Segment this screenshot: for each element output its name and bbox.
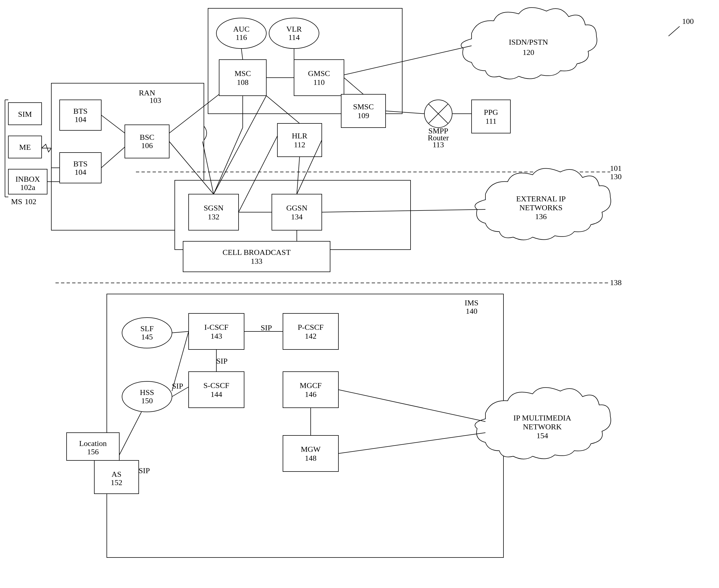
bts1-ref: 104 [75,115,86,124]
mgcf-ref: 146 [305,390,317,399]
ims-ref: 140 [466,307,478,315]
ip-multimedia-ref: 154 [536,431,548,440]
ims-label: IMS [465,298,479,307]
ggsn-ref: 134 [291,212,303,221]
hlr-ref: 112 [294,140,305,149]
isdn-pstn-label: ISDN/PSTN [509,38,548,46]
ran-ref: 103 [149,96,161,105]
external-ip-label1: EXTERNAL IP [516,194,566,203]
hlr-label: HLR [292,131,308,140]
external-ip-ref: 136 [535,212,547,221]
inbox-label: INBOX [16,175,40,183]
sgsn-label: SGSN [204,204,224,212]
isdn-pstn-ref: 120 [523,48,534,57]
location-label: Location [79,439,107,448]
icscf-label: I-CSCF [204,323,228,332]
slf-ref: 145 [141,333,153,341]
icscf-ref: 143 [211,332,222,340]
inbox-ref: 102a [20,183,36,192]
mgcf-label: MGCF [300,381,321,390]
mgw-ref: 148 [305,454,317,462]
ms-ref: 102 [25,197,36,206]
as-ref: 152 [111,478,122,487]
ip-multimedia-label2: NETWORK [523,422,562,431]
line-101-label: 101 [610,164,622,172]
sip3-label: SIP [216,357,228,365]
gmsc-label: GMSC [308,69,330,78]
slf-label: SLF [140,324,154,333]
auc-label: AUC [233,25,249,33]
bts2-label: BTS [73,160,87,168]
vlr-label: VLR [286,25,302,33]
vlr-ref: 114 [289,33,300,42]
mgw-label: MGW [301,445,321,454]
bsc-label: BSC [140,133,154,142]
sip4-label: SIP [139,466,150,475]
me-label: ME [19,143,31,151]
scscf-ref: 144 [211,390,222,399]
ggsn-label: GGSN [286,204,308,212]
auc-ref: 116 [236,33,247,42]
svg-line-0 [669,26,680,36]
smsc-label: SMSC [353,102,374,111]
smsc-ref: 109 [358,111,369,120]
pcscf-label: P-CSCF [298,323,323,332]
ip-multimedia-label1: IP MULTIMEDIA [513,414,571,422]
hss-label: HSS [140,388,154,397]
ref-100: 100 [682,17,694,25]
ppg-label: PPG [484,108,498,117]
cell-broadcast-label: CELL BROADCAST [223,248,291,256]
network-diagram: 100 AUC 116 VLR 114 MSC 108 GMSC 110 ISD… [0,0,719,588]
line-130-label: 130 [610,172,622,181]
gmsc-ref: 110 [314,78,325,86]
bts1-label: BTS [73,107,87,115]
smpp-router-ref: 113 [433,140,444,149]
external-ip-cloud: EXTERNAL IP NETWORKS 136 [475,168,611,240]
bts2-ref: 104 [75,168,86,176]
as-label: AS [111,470,122,479]
line-138-label: 138 [610,278,622,287]
location-ref: 156 [87,447,99,456]
sgsn-ref: 132 [208,212,219,221]
hss-ref: 150 [141,396,153,405]
msc-label: MSC [234,69,251,78]
isdn-pstn-cloud: ISDN/PSTN 120 [461,7,597,79]
cell-broadcast-ref: 133 [251,257,262,266]
msc-ref: 108 [237,78,249,86]
sim-label: SIM [18,110,32,119]
scscf-label: S-CSCF [203,381,229,390]
ms-label: MS [11,197,22,206]
sip1-label: SIP [261,323,272,332]
pcscf-ref: 142 [305,332,317,340]
external-ip-label2: NETWORKS [519,203,563,212]
ppg-ref: 111 [485,117,496,125]
bsc-ref: 106 [141,141,153,150]
